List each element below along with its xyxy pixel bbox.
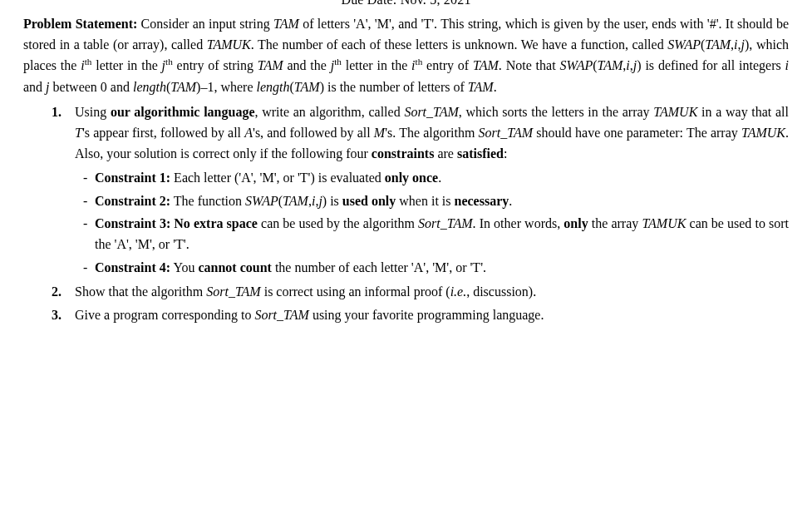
text: letter in the (91, 59, 161, 73)
text: The function (170, 194, 245, 208)
tam: TAM (468, 80, 494, 94)
text: . (509, 194, 512, 208)
tamuk: TAMUK (653, 105, 697, 119)
problem-statement: Problem Statement: Consider an input str… (23, 14, 789, 98)
text: 's. The algorithm (385, 126, 478, 140)
text: when it is (396, 194, 454, 208)
constraint-label: Constraint 4: (95, 260, 170, 274)
bold-text: constraints (372, 146, 435, 161)
text: and the (283, 59, 331, 73)
text: ) is defined for all integers (637, 59, 785, 73)
text: and (23, 80, 46, 94)
text: . (494, 80, 497, 94)
text: . The number of each of these letters is… (251, 37, 667, 52)
tamuk: TAMUK (642, 216, 686, 230)
swap: SWAP (559, 59, 593, 73)
sort-tam: Sort_TAM (206, 284, 260, 299)
superscript: th (165, 57, 173, 67)
text: . In other words, (473, 216, 564, 230)
question-1: 1. Using our algorithmic language, write… (75, 102, 789, 278)
letter-m: M (374, 126, 385, 140)
text: Each letter ('A', 'M', or 'T') is evalua… (170, 171, 385, 185)
superscript: th (416, 57, 423, 67)
bold-text: our algorithmic language (111, 105, 255, 119)
bold-text: necessary (455, 194, 509, 208)
text: can be used by the algorithm (258, 216, 418, 230)
sort-tam: Sort_TAM (404, 105, 458, 119)
constraint-label: Constraint 3: No extra space (95, 216, 258, 230)
ie: i.e. (450, 284, 467, 299)
text: : (504, 146, 507, 161)
text: 's, and followed by all (253, 126, 374, 140)
text: You (170, 260, 198, 274)
question-3: 3. Give a program corresponding to Sort_… (75, 305, 789, 326)
bold-text: only once (385, 171, 438, 185)
bold-text: satisfied (457, 146, 504, 161)
text: , write an algorithm, called (254, 105, 404, 119)
swap: SWAP (667, 37, 701, 52)
tam: TAM (705, 37, 731, 52)
text: using your favorite programming language… (309, 308, 544, 322)
text: in a way that all (697, 105, 789, 119)
constraint-label: Constraint 1: (95, 171, 170, 185)
text: is correct using an informal proof ( (261, 284, 450, 299)
constraint-label: Constraint 2: (95, 194, 170, 208)
text: entry of string (173, 59, 258, 73)
constraint-1: Constraint 1: Each letter ('A', 'M', or … (83, 168, 789, 189)
problem-label: Problem Statement: (23, 17, 137, 31)
length: length (133, 80, 166, 94)
constraint-list: Constraint 1: Each letter ('A', 'M', or … (75, 168, 789, 279)
text: 's appear first, followed by all (82, 126, 244, 140)
text: should have one parameter: The array (533, 126, 741, 140)
document-page: Due Date: Nov. 5, 2021 Problem Statement… (0, 0, 812, 338)
question-2: 2. Show that the algorithm Sort_TAM is c… (75, 282, 789, 303)
tam: TAM (258, 59, 283, 73)
text: Consider an input string (137, 17, 273, 31)
tamuk: TAMUK (207, 37, 251, 52)
tam: TAM (273, 17, 299, 31)
tam: TAM (598, 59, 623, 73)
text: the number of each letter 'A', 'M', or '… (272, 260, 486, 274)
text: Show that the algorithm (75, 284, 206, 299)
sort-tam: Sort_TAM (418, 216, 472, 230)
bold-text: cannot count (198, 260, 271, 274)
tam: TAM (473, 59, 499, 73)
text: Give a program corresponding to (75, 308, 254, 322)
text: entry of (422, 59, 473, 73)
question-list: 1. Using our algorithmic language, write… (23, 102, 789, 326)
list-number: 2. (52, 282, 62, 303)
superscript: th (334, 57, 342, 67)
text: , which sorts the letters in the array (459, 105, 653, 119)
due-date: Due Date: Nov. 5, 2021 (23, 0, 789, 11)
length: length (257, 80, 290, 94)
text: letter in the (342, 59, 411, 73)
tam: TAM (170, 80, 196, 94)
tam: TAM (294, 80, 320, 94)
constraint-2: Constraint 2: The function SWAP(TAM,i,j)… (83, 191, 789, 212)
text: between 0 and (50, 80, 133, 94)
text: Using (75, 105, 111, 119)
text: ) is (322, 194, 342, 208)
constraint-3: Constraint 3: No extra space can be used… (83, 214, 789, 255)
letter-a: A (244, 126, 253, 140)
swap: SWAP (245, 194, 278, 208)
tamuk: TAMUK (741, 126, 785, 140)
text: . (438, 171, 441, 185)
sort-tam: Sort_TAM (479, 126, 533, 140)
tam: TAM (283, 194, 308, 208)
var-i: i (785, 59, 789, 73)
letter-t: T (75, 126, 82, 140)
bold-text: used only (342, 194, 396, 208)
text: the array (588, 216, 642, 230)
text: , discussion). (466, 284, 536, 299)
text: ) is the number of letters of (320, 80, 468, 94)
list-number: 1. (52, 102, 62, 123)
constraint-4: Constraint 4: You cannot count the numbe… (83, 258, 789, 279)
bold-text: only (563, 216, 588, 230)
text: )–1, where (196, 80, 256, 94)
text: are (434, 146, 457, 161)
text: . Note that (499, 59, 560, 73)
sort-tam: Sort_TAM (254, 308, 308, 322)
list-number: 3. (52, 305, 62, 326)
